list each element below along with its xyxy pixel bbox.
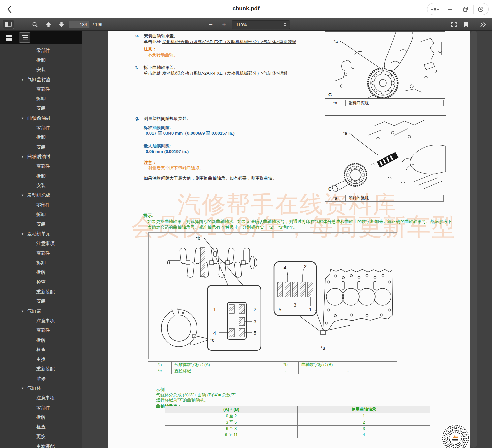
expander-triangle-icon[interactable]: ▼ xyxy=(21,117,24,120)
restore-window-button[interactable] xyxy=(458,3,473,15)
figure-corner-label: C xyxy=(328,186,332,192)
step-e: e. 安装曲轴轴承盖。 单击此处 发动机/混合动力系统>2AR-FXE（发动机机… xyxy=(135,33,296,58)
step-title: 拆下曲轴轴承盖。 xyxy=(144,65,288,70)
minimize-button[interactable] xyxy=(443,3,458,15)
expander-triangle-icon[interactable]: ▼ xyxy=(21,194,24,197)
outline-item[interactable]: 重新装配 xyxy=(0,364,82,374)
presentation-mode-button[interactable] xyxy=(449,20,458,29)
outline-view-button[interactable] xyxy=(19,32,30,43)
outline-item[interactable]: 零部件 xyxy=(0,403,82,412)
legend-row: *c 直径标记 - - xyxy=(148,368,397,374)
outline-item-label: 发动机单元 xyxy=(27,231,50,237)
outline-item[interactable]: 注意事项 xyxy=(0,393,82,403)
bearing-table-row: 0 至 21 xyxy=(165,413,430,419)
outline-item-label: 拆卸 xyxy=(36,173,46,179)
legend-value: 气缸体数字标记 (A) xyxy=(172,362,272,368)
bearing-table-cell: 9 至 11 xyxy=(165,432,298,438)
outline-item[interactable]: 检查 xyxy=(0,345,82,354)
pdf-viewer-window: chunk.pdf xyxy=(0,0,492,448)
procedure-link[interactable]: 发动机/混合动力系统>2AR-FXE（发动机机械部分）>气缸体>重新装配 xyxy=(162,39,296,44)
bearing-table-header: 使用曲轴轴承 xyxy=(298,406,430,413)
outline-item[interactable]: 拆卸 xyxy=(0,55,82,65)
close-capsule-button[interactable] xyxy=(474,3,489,15)
example-title: 示例 xyxy=(156,387,236,392)
vertical-scrollbar[interactable] xyxy=(470,31,477,448)
outline-item[interactable]: 拆卸 xyxy=(0,258,82,268)
outline-item[interactable]: 更换 xyxy=(0,432,82,441)
outline-item[interactable]: ▼发动机总成 xyxy=(0,190,82,200)
outline-item[interactable]: 零部件 xyxy=(0,123,82,132)
outline-item[interactable]: 检查 xyxy=(0,277,82,287)
outline-item[interactable]: 拆卸 xyxy=(0,210,82,219)
example-block: 示例 气缸体分总成 (A)“3”+ 曲轴 (B)“4”= 总数“7” 选择标记为… xyxy=(156,387,236,408)
outline-item[interactable]: ▼发动机单元 xyxy=(0,229,82,239)
bearing-table-header: (A) + (B) xyxy=(165,406,298,413)
crankshaft-bearing-table: (A) + (B) 使用曲轴轴承 0 至 213 至 526 至 839 至 1… xyxy=(165,406,430,438)
outline-item[interactable]: 安装 xyxy=(0,104,82,113)
outline-item[interactable]: ▼气缸体 xyxy=(0,383,82,393)
ellipsis-icon xyxy=(431,7,439,11)
divider xyxy=(474,21,474,28)
outline-item[interactable]: 注意事项 xyxy=(0,239,82,248)
outline-item[interactable]: 安装 xyxy=(0,297,82,306)
procedure-link[interactable]: 发动机/混合动力系统>2AR-FXE（发动机机械部分）>气缸体>拆解 xyxy=(162,71,288,76)
outline-item[interactable]: ▼曲轴前油封 xyxy=(0,113,82,123)
outline-item[interactable]: 零部件 xyxy=(0,200,82,210)
outline-item[interactable]: ▼曲轴后油封 xyxy=(0,152,82,161)
outline-item[interactable]: 检查 xyxy=(0,422,82,432)
zoom-in-button[interactable]: + xyxy=(219,20,229,29)
outline-item[interactable]: 零部件 xyxy=(0,84,82,94)
outline-item[interactable]: 注意事项 xyxy=(0,316,82,325)
outline-item[interactable]: 安装 xyxy=(0,142,82,152)
diagram-bar-number: 4 xyxy=(284,265,286,270)
expander-triangle-icon[interactable]: ▼ xyxy=(21,310,24,313)
sidebar-toggle-button[interactable] xyxy=(3,20,14,29)
outline-item[interactable]: 拆卸 xyxy=(0,171,82,181)
outline-item-label: 安装 xyxy=(36,144,46,150)
outline-item[interactable]: 重新装配 xyxy=(0,287,82,296)
more-menu-button[interactable] xyxy=(427,3,443,15)
toolbar-more-button[interactable] xyxy=(477,20,489,29)
expander-triangle-icon[interactable]: ▼ xyxy=(21,78,24,81)
previous-page-button[interactable] xyxy=(44,20,53,29)
figure-corner-label: C xyxy=(328,92,332,97)
outline-item[interactable]: 重新装配 xyxy=(0,441,82,448)
bookmark-button[interactable] xyxy=(461,20,471,29)
outline-item[interactable]: 拆卸 xyxy=(0,133,82,142)
figure-callout-label: *a xyxy=(343,131,347,136)
expander-triangle-icon[interactable]: ▼ xyxy=(21,155,24,158)
outline-item[interactable]: ▼气缸盖衬垫 xyxy=(0,75,82,84)
outline-item-label: 拆解 xyxy=(36,269,46,275)
diagram-number: 2 xyxy=(254,306,256,312)
outline-item[interactable]: 拆卸 xyxy=(0,94,82,103)
outline-item[interactable]: 维修 xyxy=(0,374,82,383)
spinner-arrows-icon xyxy=(283,22,287,27)
document-outline: 零部件拆卸安装▼气缸盖衬垫零部件拆卸安装▼曲轴前油封零部件拆卸安装▼曲轴后油封零… xyxy=(0,44,82,448)
expander-triangle-icon[interactable]: ▼ xyxy=(21,387,24,390)
outline-item[interactable]: 拆解 xyxy=(0,335,82,345)
thumbnails-view-button[interactable] xyxy=(3,32,15,43)
outline-item[interactable]: 拆解 xyxy=(0,268,82,277)
outline-item[interactable]: 零部件 xyxy=(0,326,82,335)
click-here-label: 单击此处 xyxy=(144,39,161,44)
figure-callout-label: *a xyxy=(334,39,338,44)
zoom-level-select[interactable]: 110% xyxy=(232,20,290,29)
outline-item[interactable]: 零部件 xyxy=(0,248,82,258)
bearing-table-cell: 3 xyxy=(298,426,430,432)
next-page-button[interactable] xyxy=(57,20,66,29)
outline-item[interactable]: 更换 xyxy=(0,355,82,364)
outline-item[interactable]: 拆解 xyxy=(0,412,82,422)
outline-item-label: 更换 xyxy=(36,434,46,440)
expander-triangle-icon[interactable]: ▼ xyxy=(21,232,24,236)
outline-item[interactable]: 零部件 xyxy=(0,162,82,171)
document-title: chunk.pdf xyxy=(0,5,492,12)
figure-plastigage-2: *a C xyxy=(325,115,446,193)
outline-item[interactable]: 安装 xyxy=(0,219,82,229)
search-button[interactable] xyxy=(31,20,39,29)
outline-item[interactable]: 零部件 xyxy=(0,46,82,55)
zoom-out-button[interactable]: − xyxy=(206,20,216,29)
page-number-input[interactable] xyxy=(69,21,90,28)
outline-item[interactable]: 安装 xyxy=(0,181,82,190)
outline-item[interactable]: ▼气缸盖 xyxy=(0,306,82,316)
outline-item[interactable]: 安装 xyxy=(0,65,82,75)
